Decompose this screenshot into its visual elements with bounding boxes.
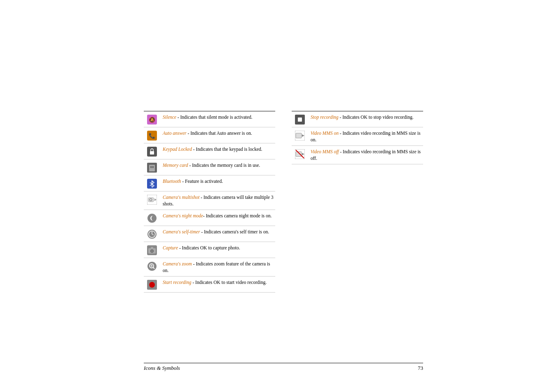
title-memory-card: Memory card [163,163,188,168]
icon-row-start-recording: Start recording - Indicates OK to start … [144,277,275,293]
svg-rect-26 [151,247,153,248]
title-silence: Silence [163,115,176,120]
page-container: 🔕 Silence - Indicates that silent mode i… [144,111,423,293]
text-auto-answer: Auto answer - Indicates that Auto answer… [163,130,274,136]
icon-row-auto-answer: 📞 Auto answer - Indicates that Auto answ… [144,127,275,143]
icon-stop-recording [293,115,306,125]
text-bluetooth: Bluetooth - Feature is activated. [163,178,274,184]
title-camera-night-mode: Camera's night mode [163,213,203,218]
two-column-layout: 🔕 Silence - Indicates that silent mode i… [144,111,423,293]
icon-row-video-mms-on: Video MMS on - Indicates video recording… [292,127,423,146]
text-camera-zoom: Camera's zoom - Indicates zoom feature o… [163,261,274,274]
right-column: Stop recording - Indicates OK to stop vi… [292,111,423,164]
icon-camera-multishot [145,195,159,205]
svg-rect-10 [153,166,154,168]
desc-keypad-locked: - Indicates that the keypad is locked. [192,147,262,152]
icon-video-mms-off [293,149,306,159]
text-stop-recording: Stop recording - Indicates OK to stop vi… [311,114,421,120]
desc-camera-self-timer: - Indicates camera's self timer is on. [200,229,269,234]
title-stop-recording: Stop recording [311,115,339,120]
title-keypad-locked: Keypad Locked [163,147,192,152]
icon-video-mms-on [293,131,306,141]
text-keypad-locked: Keypad Locked - Indicates that the keypa… [163,146,274,152]
icon-row-video-mms-off: Video MMS off - Indicates video recordin… [292,146,423,164]
svg-text:📞: 📞 [149,132,156,139]
icon-row-silence: 🔕 Silence - Indicates that silent mode i… [144,111,275,127]
icon-row-bluetooth: Bluetooth - Feature is activated. [144,175,275,191]
desc-camera-night-mode: - Indicates camera night mode is on. [203,213,272,218]
text-camera-night-mode: Camera's night mode- Indicates camera ni… [163,212,274,219]
icon-capture [145,245,159,255]
left-column: 🔕 Silence - Indicates that silent mode i… [144,111,275,293]
desc-capture: - Indicates OK to capture photo. [178,245,240,250]
icon-row-camera-night-mode: Camera's night mode- Indicates camera ni… [144,210,275,226]
svg-text:🔕: 🔕 [149,116,156,123]
text-camera-multishot: Camera's multishot - Indicates camera wi… [163,194,274,207]
icon-auto-answer: 📞 [145,131,159,141]
svg-point-29 [147,262,157,271]
icon-camera-self-timer [145,229,159,239]
desc-stop-recording: - Indicates OK to stop video recording. [339,115,414,120]
text-start-recording: Start recording - Indicates OK to start … [163,279,274,286]
svg-point-28 [151,250,153,252]
desc-bluetooth: - Feature is activated. [181,179,223,184]
title-start-recording: Start recording [163,280,191,285]
desc-silence: - Indicates that silent mode is activate… [176,115,252,120]
title-auto-answer: Auto answer [163,131,187,136]
text-camera-self-timer: Camera's self-timer - Indicates camera's… [163,228,274,235]
text-video-mms-off: Video MMS off - Indicates video recordin… [311,148,421,161]
svg-rect-37 [298,118,302,122]
footer-page-number: 73 [418,365,423,371]
icon-bluetooth [145,179,159,189]
title-capture: Capture [163,245,178,250]
text-memory-card: Memory card - Indicates the memory card … [163,162,274,168]
icon-row-memory-card: Memory card - Indicates the memory card … [144,159,275,175]
desc-memory-card: - Indicates the memory card is in use. [188,163,260,168]
icon-row-camera-zoom: Camera's zoom - Indicates zoom feature o… [144,258,275,277]
page-footer: Icons & Symbols 73 [144,363,423,371]
icon-row-stop-recording: Stop recording - Indicates OK to stop vi… [292,111,423,127]
icon-camera-night-mode [145,213,159,223]
title-bluetooth: Bluetooth [163,179,181,184]
icon-start-recording [145,280,159,290]
icon-row-capture: Capture - Indicates OK to capture photo. [144,242,275,258]
svg-rect-16 [148,198,154,202]
title-camera-self-timer: Camera's self-timer [163,229,200,234]
icon-silence: 🔕 [145,115,159,125]
desc-auto-answer: - Indicates that Auto answer is on. [187,131,252,136]
footer-title: Icons & Symbols [144,365,180,371]
text-capture: Capture - Indicates OK to capture photo. [163,244,274,251]
title-video-mms-on: Video MMS on [311,131,339,136]
text-silence: Silence - Indicates that silent mode is … [163,114,274,120]
title-video-mms-off: Video MMS off [311,149,339,154]
icon-row-camera-self-timer: Camera's self-timer - Indicates camera's… [144,226,275,242]
title-camera-zoom: Camera's zoom [163,261,192,266]
icon-keypad-locked [145,147,159,157]
desc-start-recording: - Indicates OK to start video recording. [191,280,267,285]
svg-point-35 [149,282,155,288]
icon-row-keypad-locked: Keypad Locked - Indicates that the keypa… [144,143,275,159]
icon-memory-card [145,163,159,173]
svg-point-19 [147,214,157,223]
title-camera-multishot: Camera's multishot [163,195,200,200]
text-video-mms-on: Video MMS on - Indicates video recording… [311,130,421,143]
svg-rect-5 [150,151,154,154]
svg-rect-39 [296,133,302,138]
icon-camera-zoom [145,261,159,271]
svg-rect-8 [150,166,151,168]
icon-row-camera-multishot: Camera's multishot - Indicates camera wi… [144,191,275,210]
svg-rect-9 [152,166,152,168]
